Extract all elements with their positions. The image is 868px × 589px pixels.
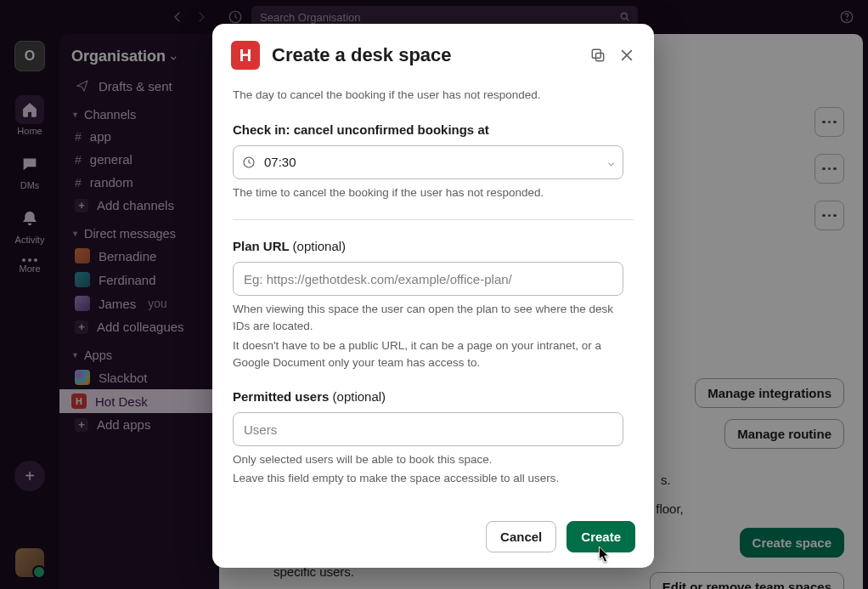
create-desk-space-modal: H Create a desk space the day before the…	[212, 24, 654, 568]
radio-help-text: The day to cancel the booking if the use…	[233, 87, 634, 104]
plan-url-help2: It doesn't have to be a public URL, it c…	[233, 337, 634, 371]
section-divider	[233, 219, 634, 220]
checkin-help-text: The time to cancel the booking if the us…	[233, 184, 634, 201]
cancel-day-of-radio[interactable]: the day of the booking	[233, 80, 634, 82]
optional-text: (optional)	[333, 389, 386, 404]
checkin-time-value: 07:30	[264, 155, 600, 169]
permitted-help2: Leave this field empty to make the space…	[233, 470, 634, 487]
svg-rect-5	[596, 54, 604, 61]
close-icon[interactable]	[618, 47, 635, 64]
permitted-users-label-text: Permitted users	[233, 389, 329, 404]
permitted-users-label: Permitted users (optional)	[233, 389, 634, 404]
plan-url-label-text: Plan URL	[233, 239, 289, 253]
modal-title: Create a desk space	[272, 44, 578, 66]
plan-url-help1: When viewing this space the user can ope…	[233, 301, 634, 334]
popout-icon[interactable]	[589, 47, 606, 64]
hotdesk-logo-icon: H	[231, 41, 260, 70]
optional-text: (optional)	[293, 239, 347, 253]
cancel-button[interactable]: Cancel	[486, 521, 556, 552]
checkin-section-label: Check in: cancel unconfirmed bookings at	[233, 122, 634, 137]
plan-url-label: Plan URL (optional)	[233, 239, 634, 253]
permitted-users-input[interactable]	[233, 412, 623, 446]
checkin-time-select[interactable]: 07:30 ⌵	[233, 145, 623, 179]
clock-icon	[242, 156, 256, 169]
permitted-help1: Only selected users will be able to book…	[233, 451, 634, 468]
chevron-down-icon: ⌵	[608, 156, 614, 168]
create-button[interactable]: Create	[566, 521, 635, 552]
plan-url-input[interactable]	[233, 262, 623, 296]
